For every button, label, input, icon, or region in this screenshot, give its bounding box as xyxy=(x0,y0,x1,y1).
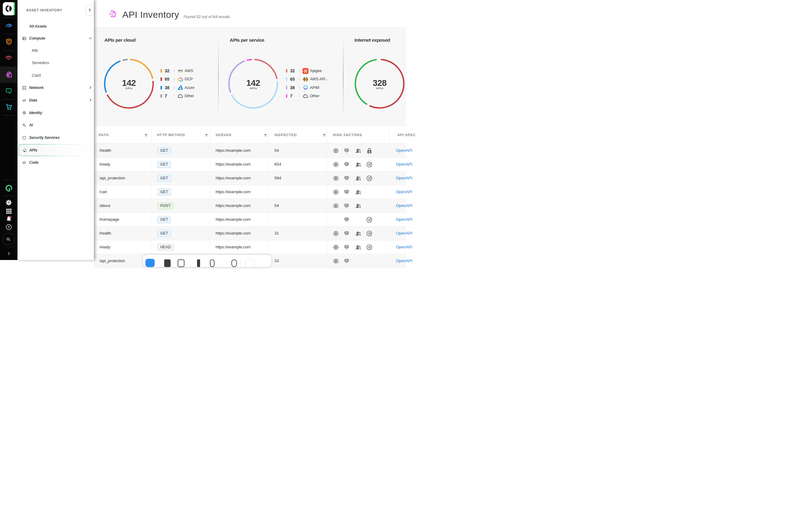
svg-text:aws: aws xyxy=(178,69,183,72)
svg-text:?: ? xyxy=(8,225,10,229)
